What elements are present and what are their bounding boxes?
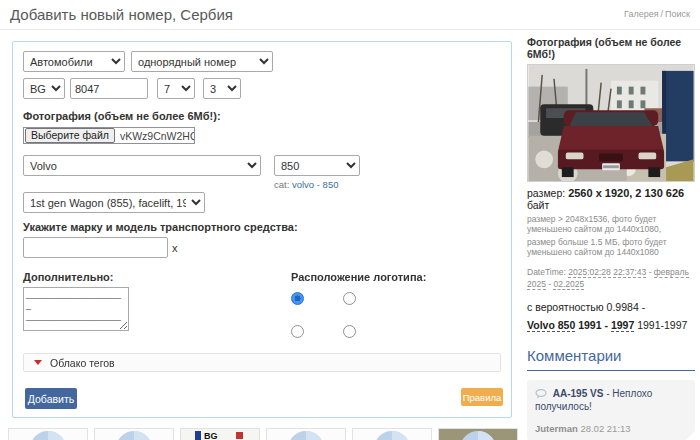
category-select[interactable]: Автомобили (23, 51, 125, 72)
model-year-end-link[interactable]: 1997 (611, 319, 634, 332)
choose-file-button[interactable]: Выберите файл (25, 128, 115, 143)
additional-column: Дополнительно: ____________________ ____… (23, 271, 129, 335)
resize-note-2: размер больше 1.5 МБ, фото будет уменьше… (527, 237, 695, 257)
size-value: 2560 x 1920, (568, 187, 632, 199)
header: Добавить новый номер, Сербия Галерея/Пои… (0, 0, 700, 30)
file-name: vKWz9CnW2HQ.jpg (116, 130, 194, 142)
comment-plate-link[interactable]: AA-195 VS (553, 388, 604, 399)
photo-preview[interactable] (527, 64, 695, 182)
model-column: 850 cat: volvo - 850 (274, 155, 360, 190)
model-year-start: 1991 (578, 319, 601, 331)
search-link[interactable]: Поиск (665, 9, 690, 19)
generation-select[interactable]: 1st gen Wagon (855), facelift, 1994–1997 (23, 192, 205, 213)
category-path: cat: volvo - 850 (274, 179, 360, 190)
photo-label: Фотография (объем не более 6Мб!): (23, 110, 501, 122)
rules-button[interactable]: Правила (461, 388, 503, 406)
plate-region-text: BG (204, 431, 218, 440)
photo-preview-heading: Фотография (объем не более 6Мб!) (527, 36, 695, 60)
breadcrumb: Галерея/Поиск (622, 9, 692, 19)
additional-row: Дополнительно: ____________________ ____… (23, 271, 501, 345)
gallery-link[interactable]: Галерея (624, 9, 659, 19)
logo-radio-bottom-left[interactable] (291, 325, 304, 338)
recognized-model-line: Volvo 850 1991 - 1997 1991-1997 (527, 319, 695, 331)
platesmania-logo-icon (116, 431, 152, 440)
caret-down-icon (34, 360, 42, 365)
datetime-line: DateTime: 2025:02:28 22:37:43 - февраль … (527, 266, 695, 290)
file-input[interactable]: Выберите файл vKWz9CnW2HQ.jpg (23, 127, 195, 144)
add-plate-form: Автомобили однорядный номер BG 7 3 Фотог… (12, 41, 512, 418)
page: Добавить новый номер, Сербия Галерея/Пои… (0, 0, 700, 440)
sidebar: Фотография (объем не более 6Мб!) (527, 36, 695, 440)
logo-position-column: Расположение логотипа: (291, 271, 501, 345)
plate-number-row: BG 7 3 (23, 78, 501, 99)
tag-cloud-toggle[interactable]: Облако тегов (23, 353, 501, 372)
additional-textarea[interactable]: ____________________ ___________________… (23, 287, 129, 331)
cat-separator: - (314, 179, 322, 190)
model-range-link[interactable]: Volvo 850 (527, 319, 575, 332)
size-label: размер: (527, 187, 565, 199)
logo-radio-top-left[interactable] (291, 292, 304, 305)
plate-sticker (236, 432, 243, 439)
speech-bubble-icon (535, 389, 547, 399)
make-model-row: Volvo 850 cat: volvo - 850 (23, 155, 501, 190)
comment-card: AA-195 VS - Неплохо получилось! Juterman… (527, 380, 695, 440)
region-select[interactable]: BG (23, 78, 65, 99)
page-title: Добавить новый номер, Сербия (10, 6, 233, 23)
platesmania-logo-icon (374, 431, 410, 440)
datetime-label: DateTime: (527, 267, 566, 277)
vehicle-input-row: x (23, 237, 501, 258)
logo-radio-bottom-right[interactable] (343, 325, 356, 338)
bytes-value: 2 130 626 (635, 187, 684, 199)
gallery-thumbnail[interactable] (352, 428, 432, 440)
comments-heading: Комментарии (527, 347, 695, 371)
cat-model-link[interactable]: 850 (323, 179, 339, 190)
gallery-thumbnail[interactable] (266, 428, 346, 440)
photo-size-line: размер: 2560 x 1920, 2 130 626 байт (527, 187, 695, 211)
datetime-short-link[interactable]: 02.2025 (553, 279, 584, 290)
cat-prefix: cat: (274, 179, 289, 190)
clear-vehicle-button[interactable]: x (172, 242, 178, 254)
bytes-unit: байт (527, 199, 549, 211)
digit-count-select[interactable]: 7 (157, 78, 195, 99)
resize-note-1: размер > 2048x1536, фото будет уменьшено… (527, 214, 695, 234)
cat-make-link[interactable]: volvo (292, 179, 314, 190)
plate-type-select[interactable]: однорядный номер (131, 51, 273, 72)
gallery-thumbnail[interactable] (94, 428, 174, 440)
logo-position-label: Расположение логотипа: (291, 271, 501, 283)
probability-line: с вероятностью 0.9984 - (527, 301, 695, 313)
letter-count-select[interactable]: 3 (203, 78, 241, 99)
logo-position-radios (291, 292, 501, 345)
add-button[interactable]: Добавить (25, 388, 77, 409)
vehicle-input[interactable] (23, 237, 168, 258)
plate-eu-band (195, 431, 201, 440)
gallery-thumbnail-plate[interactable]: BG (180, 428, 260, 440)
comment-title: AA-195 VS - Неплохо получилось! (535, 387, 687, 413)
comment-author-link[interactable]: Juterman (535, 423, 578, 434)
platesmania-logo-icon (288, 431, 324, 440)
platesmania-logo-icon (460, 431, 496, 440)
make-select[interactable]: Volvo (23, 155, 261, 176)
logo-radio-top-right[interactable] (343, 292, 356, 305)
model-select[interactable]: 850 (274, 155, 360, 176)
datetime-value-link[interactable]: 2025:02:28 22:37:43 (568, 267, 646, 278)
vehicle-label: Укажите марку и модель транспортного сре… (23, 221, 501, 233)
model-year-sep: - (602, 319, 611, 331)
gallery-thumbnails: BG (8, 428, 520, 440)
tag-cloud-label: Облако тегов (50, 357, 115, 369)
additional-label: Дополнительно: (23, 271, 129, 283)
model-years-plain: 1991-1997 (637, 319, 687, 331)
datetime-sep-1: - (646, 267, 654, 277)
breadcrumb-separator: / (661, 9, 664, 19)
gallery-thumbnail[interactable] (438, 428, 518, 440)
comment-meta: Juterman 28.02 21:13 (535, 423, 687, 434)
platesmania-logo-icon (30, 431, 66, 440)
comment-date: 28.02 21:13 (580, 423, 630, 434)
plate-number-input[interactable] (70, 78, 148, 99)
type-row: Автомобили однорядный номер (23, 51, 501, 72)
gallery-thumbnail[interactable] (8, 428, 88, 440)
